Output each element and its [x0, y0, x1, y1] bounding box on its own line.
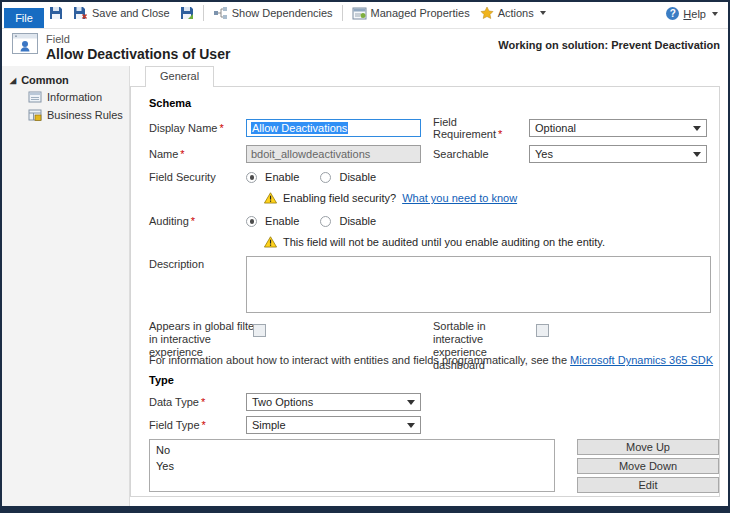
actions-button[interactable]: Actions: [475, 4, 551, 22]
warning-icon: [264, 192, 277, 204]
auditing-disable-radio[interactable]: [320, 216, 331, 227]
field-security-enable-label: Enable: [265, 171, 299, 183]
field-security-warning-text: Enabling field security?: [283, 192, 396, 204]
searchable-select[interactable]: Yes: [529, 145, 707, 163]
save-alt-icon: [180, 6, 194, 20]
field-requirement-label: Field Requirement*: [433, 116, 529, 140]
help-button[interactable]: ? Help: [666, 7, 718, 20]
actions-label: Actions: [498, 7, 534, 19]
managed-properties-icon: [352, 6, 367, 20]
global-filter-checkbox[interactable]: [253, 324, 266, 337]
sidebar-item-business-rules[interactable]: Business Rules: [2, 106, 129, 124]
field-security-disable-label: Disable: [339, 171, 376, 183]
field-security-label: Field Security: [149, 171, 246, 183]
auditing-enable-label: Enable: [265, 215, 299, 227]
sidebar-group-common[interactable]: ◢ Common: [2, 72, 129, 88]
information-icon: [28, 91, 42, 103]
caret-down-icon: [712, 12, 718, 16]
options-listbox[interactable]: No Yes: [149, 439, 555, 492]
field-entity-icon: [12, 33, 38, 62]
tab-general[interactable]: General: [145, 66, 214, 87]
type-section-header: Type: [149, 374, 719, 386]
sidebar-item-information[interactable]: Information: [2, 88, 129, 106]
schema-section-header: Schema: [149, 97, 719, 109]
show-dependencies-icon: [213, 6, 228, 20]
dynamics-field-editor-window: File Save and Close: [0, 0, 730, 513]
caret-down-icon: [540, 11, 546, 15]
sidebar-item-label: Information: [47, 91, 102, 103]
file-tab[interactable]: File: [4, 8, 44, 28]
field-type-label: Field Type*: [149, 419, 246, 431]
searchable-label: Searchable: [433, 148, 529, 160]
auditing-label: Auditing*: [149, 215, 246, 227]
auditing-warning-text: This field will not be audited until you…: [283, 236, 605, 248]
business-rules-icon: [28, 109, 42, 121]
move-down-button[interactable]: Move Down: [577, 458, 719, 474]
option-no[interactable]: No: [156, 442, 548, 458]
save-and-close-icon: [73, 6, 88, 20]
sidebar-group-label: Common: [21, 74, 69, 86]
managed-properties-button[interactable]: Managed Properties: [347, 4, 475, 22]
toolbar-separator: [203, 5, 204, 21]
managed-properties-label: Managed Properties: [371, 7, 470, 19]
sidebar-item-label: Business Rules: [47, 109, 123, 121]
working-on-solution-note: Working on solution: Prevent Deactivatio…: [498, 39, 720, 51]
field-requirement-select[interactable]: Optional: [529, 119, 707, 137]
show-dependencies-label: Show Dependencies: [232, 7, 333, 19]
tab-strip: General: [130, 66, 728, 86]
save-icon: [49, 6, 63, 20]
help-label: Help: [683, 8, 706, 20]
sortable-checkbox[interactable]: [536, 324, 549, 337]
name-label: Name*: [149, 148, 246, 160]
save-alt-button[interactable]: [175, 4, 199, 22]
auditing-enable-radio[interactable]: [246, 216, 257, 227]
warning-icon: [264, 236, 277, 248]
field-type-select[interactable]: Simple: [246, 416, 421, 434]
move-up-button[interactable]: Move Up: [577, 439, 719, 455]
data-type-label: Data Type*: [149, 396, 246, 408]
save-and-close-button[interactable]: Save and Close: [68, 4, 175, 22]
what-you-need-to-know-link[interactable]: What you need to know: [402, 192, 517, 204]
save-and-close-label: Save and Close: [92, 7, 170, 19]
page-title: Allow Deactivations of User: [46, 46, 230, 62]
field-security-disable-radio[interactable]: [320, 172, 331, 183]
name-input: bdoit_allowdeactivations: [246, 145, 421, 163]
auditing-disable-label: Disable: [339, 215, 376, 227]
display-name-label: Display Name*: [149, 122, 246, 134]
tree-expander-icon[interactable]: ◢: [10, 76, 16, 85]
page-header: Field Allow Deactivations of User Workin…: [2, 29, 728, 66]
display-name-input[interactable]: Allow Deactivations: [246, 119, 421, 137]
sdk-link[interactable]: Microsoft Dynamics 365 SDK: [570, 354, 713, 366]
option-yes[interactable]: Yes: [156, 458, 548, 474]
show-dependencies-button[interactable]: Show Dependencies: [208, 4, 338, 22]
global-filter-label: Appears in global filter in interactive …: [149, 320, 267, 359]
save-button[interactable]: [44, 4, 68, 22]
sortable-label: Sortable in interactive experience dashb…: [433, 320, 537, 372]
actions-icon: [480, 6, 494, 20]
data-type-select[interactable]: Two Options: [246, 393, 421, 411]
ribbon-toolbar: File Save and Close: [2, 2, 728, 29]
entity-type-label: Field: [46, 33, 230, 45]
toolbar-separator: [342, 5, 343, 21]
edit-button[interactable]: Edit: [577, 477, 719, 493]
navigation-sidebar: ◢ Common Information Business Rules: [2, 66, 130, 506]
general-tab-panel: Schema Display Name* Allow Deactivations…: [130, 86, 720, 497]
field-security-enable-radio[interactable]: [246, 172, 257, 183]
description-label: Description: [149, 256, 246, 270]
description-textarea[interactable]: [246, 256, 711, 313]
help-icon: ?: [666, 7, 679, 20]
